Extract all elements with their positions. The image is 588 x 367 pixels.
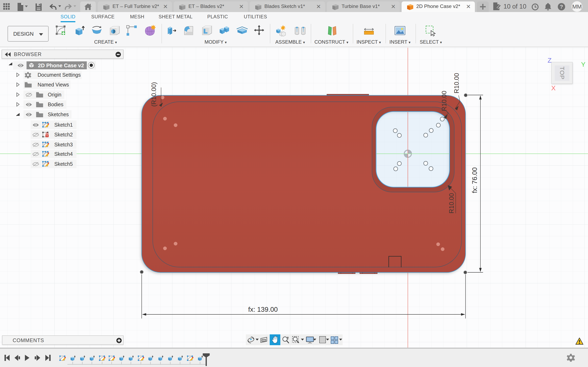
svg-text:R10.00: R10.00 [441, 91, 448, 111]
svg-text:(R10.00): (R10.00) [150, 82, 157, 107]
svg-text:R10.00: R10.00 [453, 73, 460, 93]
svg-text:?: ? [560, 4, 563, 10]
svg-text:fx: 139.00: fx: 139.00 [248, 306, 278, 313]
svg-text:fx: 76.00: fx: 76.00 [471, 167, 478, 193]
svg-text:R10.00: R10.00 [448, 193, 455, 213]
